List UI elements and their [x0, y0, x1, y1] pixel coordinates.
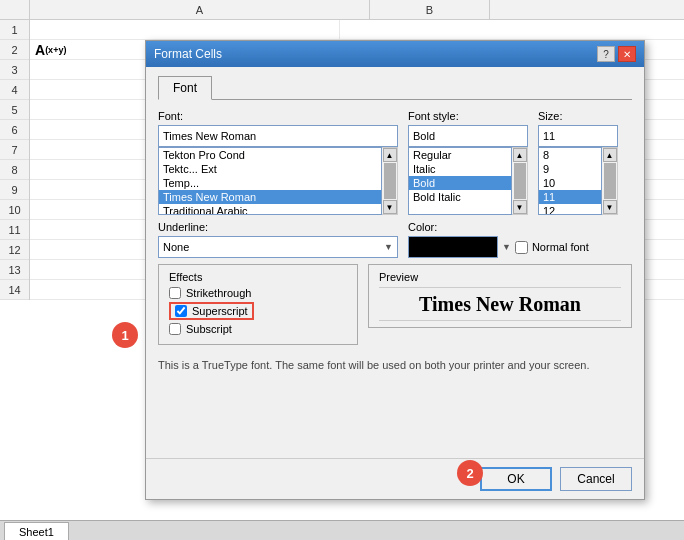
subscript-label: Subscript [186, 323, 232, 335]
font-col: Font: Tekton Pro Cond Tektc... Ext Temp.… [158, 110, 398, 215]
row-num-10: 10 [0, 200, 29, 220]
font-list-item-1[interactable]: Tektc... Ext [159, 162, 381, 176]
style-scroll-down[interactable]: ▼ [513, 200, 527, 214]
row-num-11: 11 [0, 220, 29, 240]
size-8[interactable]: 8 [539, 148, 601, 162]
step-1-label: 1 [121, 328, 128, 343]
ok-button[interactable]: OK [480, 467, 552, 491]
superscript-row: Superscript [169, 302, 347, 320]
preview-section-wrap: Preview Times New Roman [368, 264, 632, 353]
normal-font-label: Normal font [532, 241, 589, 253]
style-scrollbar[interactable]: ▲ ▼ [512, 147, 528, 215]
underline-select[interactable]: None ▼ [158, 236, 398, 258]
style-listbox[interactable]: Regular Italic Bold Bold Italic [408, 147, 512, 215]
sheet-tab-1[interactable]: Sheet1 [4, 522, 69, 540]
color-col: Color: ▼ Normal font [408, 221, 632, 258]
size-9[interactable]: 9 [539, 162, 601, 176]
row-num-9: 9 [0, 180, 29, 200]
font-label: Font: [158, 110, 398, 122]
cell-a2-text: A [35, 42, 45, 58]
scroll-thumb [384, 163, 396, 199]
font-list-item-2[interactable]: Temp... [159, 176, 381, 190]
font-scrollbar[interactable]: ▲ ▼ [382, 147, 398, 215]
tab-font[interactable]: Font [158, 76, 212, 100]
normal-font-checkbox-row: Normal font [515, 241, 589, 254]
size-listbox[interactable]: 8 9 10 11 12 14 [538, 147, 602, 215]
format-cells-dialog: Format Cells ? ✕ Font Font: Tekton Pro C… [145, 40, 645, 500]
superscript-checkbox[interactable] [175, 305, 187, 317]
color-arrow-icon[interactable]: ▼ [502, 242, 511, 252]
style-bold[interactable]: Bold [409, 176, 511, 190]
underline-col: Underline: None ▼ [158, 221, 398, 258]
close-icon: ✕ [623, 49, 631, 60]
col-b-header: B [370, 0, 490, 19]
dialog-titlebar: Format Cells ? ✕ [146, 41, 644, 67]
underline-value: None [163, 241, 189, 253]
normal-font-checkbox[interactable] [515, 241, 528, 254]
preview-section: Preview Times New Roman [368, 264, 632, 328]
col-a-header: A [30, 0, 370, 19]
cell-a1[interactable] [30, 20, 340, 39]
underline-label: Underline: [158, 221, 398, 233]
row-num-13: 13 [0, 260, 29, 280]
strikethrough-checkbox[interactable] [169, 287, 181, 299]
color-row-inner: ▼ Normal font [408, 236, 632, 258]
font-listbox-wrap: Tekton Pro Cond Tektc... Ext Temp... Tim… [158, 147, 398, 215]
font-listbox[interactable]: Tekton Pro Cond Tektc... Ext Temp... Tim… [158, 147, 382, 215]
font-input[interactable] [158, 125, 398, 147]
step-2-label: 2 [466, 466, 473, 481]
cancel-button[interactable]: Cancel [560, 467, 632, 491]
color-swatch[interactable] [408, 236, 498, 258]
subscript-checkbox[interactable] [169, 323, 181, 335]
effects-title: Effects [169, 271, 347, 283]
row-num-1: 1 [0, 20, 29, 40]
row-num-3: 3 [0, 60, 29, 80]
help-icon: ? [603, 49, 609, 60]
size-10[interactable]: 10 [539, 176, 601, 190]
style-bold-italic[interactable]: Bold Italic [409, 190, 511, 204]
superscript-label: Superscript [192, 305, 248, 317]
font-list-item-0[interactable]: Tekton Pro Cond [159, 148, 381, 162]
strikethrough-row: Strikethrough [169, 287, 347, 299]
dialog-footer: OK Cancel [146, 458, 644, 499]
strikethrough-label: Strikethrough [186, 287, 251, 299]
style-input[interactable] [408, 125, 528, 147]
row-num-12: 12 [0, 240, 29, 260]
size-scroll-thumb [604, 163, 616, 199]
dialog-title: Format Cells [154, 47, 222, 61]
column-headers: A B [0, 0, 684, 20]
sheet-tabs: Sheet1 [0, 520, 684, 540]
row-numbers: 1 2 3 4 5 6 7 8 9 10 11 12 13 14 [0, 20, 30, 300]
dialog-body: Font Font: Tekton Pro Cond Tektc... Ext … [146, 67, 644, 389]
preview-text: Times New Roman [419, 293, 581, 316]
size-input[interactable] [538, 125, 618, 147]
step-1-circle: 1 [112, 322, 138, 348]
style-col: Font style: Regular Italic Bold Bold Ita… [408, 110, 528, 215]
row-num-8: 8 [0, 160, 29, 180]
font-list-item-3[interactable]: Times New Roman [159, 190, 381, 204]
size-scrollbar[interactable]: ▲ ▼ [602, 147, 618, 215]
scroll-up-arrow[interactable]: ▲ [383, 148, 397, 162]
size-col: Size: 8 9 10 11 12 14 ▲ ▼ [538, 110, 618, 215]
close-button[interactable]: ✕ [618, 46, 636, 62]
help-button[interactable]: ? [597, 46, 615, 62]
size-12[interactable]: 12 [539, 204, 601, 215]
size-label: Size: [538, 110, 618, 122]
size-scroll-up[interactable]: ▲ [603, 148, 617, 162]
row-num-14: 14 [0, 280, 29, 300]
scroll-down-arrow[interactable]: ▼ [383, 200, 397, 214]
style-regular[interactable]: Regular [409, 148, 511, 162]
effects-section: Effects Strikethrough Superscript Subscr [158, 264, 358, 345]
font-list-item-4[interactable]: Traditional Arabic [159, 204, 381, 215]
size-11[interactable]: 11 [539, 190, 601, 204]
style-listbox-wrap: Regular Italic Bold Bold Italic ▲ ▼ [408, 147, 528, 215]
effects-section-wrap: Effects Strikethrough Superscript Subscr [158, 264, 358, 353]
preview-content: Times New Roman [379, 287, 621, 321]
font-style-size-row: Font: Tekton Pro Cond Tektc... Ext Temp.… [158, 110, 632, 215]
cell-b1[interactable] [340, 20, 460, 39]
underline-color-row: Underline: None ▼ Color: ▼ Normal font [158, 221, 632, 258]
step-2-circle: 2 [457, 460, 483, 486]
size-scroll-down[interactable]: ▼ [603, 200, 617, 214]
style-scroll-up[interactable]: ▲ [513, 148, 527, 162]
style-italic[interactable]: Italic [409, 162, 511, 176]
